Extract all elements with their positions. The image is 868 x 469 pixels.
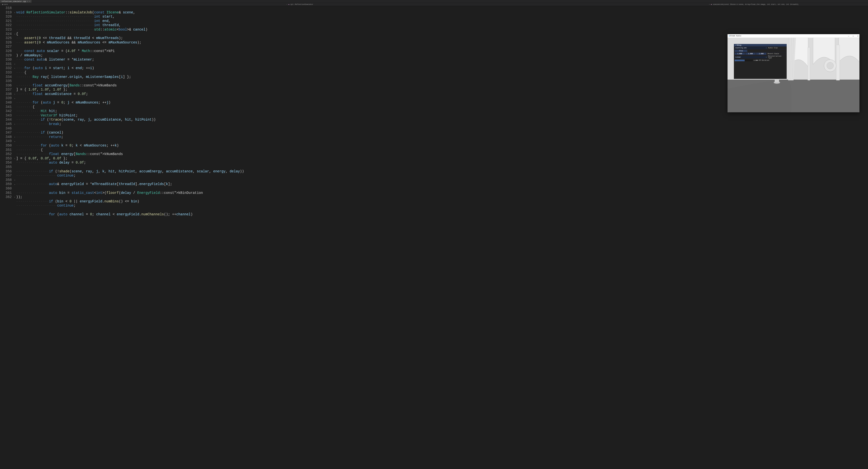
stop-button[interactable]: Stop [735,50,747,52]
line-number: 326 [0,40,12,45]
line-number: 346 [0,127,12,131]
maximize-icon[interactable]: ☐ [852,35,854,37]
breadcrumb-project[interactable]: ▣ core [0,4,8,5]
code-line[interactable]: ······································in… [16,23,868,28]
code-line[interactable]: ····················continue; [16,204,868,208]
fold-icon[interactable]: ▸ [14,157,16,160]
chevron-down-icon: ▾ [766,47,767,49]
tab-pin-icon[interactable]: ⊙ [27,0,28,2]
code-line[interactable]: ················auto bin = static_cast<i… [16,191,868,195]
fold-icon[interactable]: ▸ [14,33,16,35]
viewport-3d[interactable]: ▾ Debug counting.wav ▾ Audio Clip Stop 1… [727,38,860,112]
line-number: 359 [0,182,12,187]
line-number: 345 [0,122,12,127]
code-line[interactable]: ················break; [16,122,868,127]
line-number: 329 [0,54,12,58]
fold-icon[interactable]: ▸ [14,97,16,100]
breadcrumb-function[interactable]: ▾ ◉ simulateJob(const IScene & scene, Ar… [709,3,799,5]
code-line[interactable]: ············if (cancel) [16,131,868,135]
window-title: Steam Audio [730,35,848,37]
code-line[interactable]: ················auto delay = 0.0f; [16,161,868,165]
code-line[interactable] [16,127,868,131]
reverb-scale-x[interactable]: 1.000 [735,53,745,55]
ir-duration-label: IR Duration [758,60,777,61]
code-line[interactable]: ················float energy[Bands::cons… [16,152,868,157]
line-number: 322 [0,23,12,28]
line-number: 319 [0,10,12,15]
close-icon[interactable]: ✕ [857,35,859,37]
steam-audio-window[interactable]: ◆ Steam Audio — ☐ ✕ [727,34,860,112]
fold-icon[interactable]: ▸ [14,123,16,126]
line-number: 333 [0,71,12,75]
code-line[interactable]: ······································in… [16,19,868,24]
code-line[interactable]: ············{ [16,148,868,152]
code-line[interactable]: ····················continue; [16,174,868,178]
code-line[interactable]: ············for (auto k = 0; k < mNumSou… [16,143,868,148]
line-number: 335 [0,79,12,83]
reverb-scale-label: Reverb Scale [767,53,785,55]
code-line[interactable] [16,178,868,182]
line-number: 353 [0,157,12,161]
debug-panel-header[interactable]: ▾ Debug [734,44,787,46]
chevron-down-icon: ▾ [766,57,767,58]
code-line[interactable]: ······································st… [16,28,868,32]
fold-icon[interactable]: ▸ [14,63,16,65]
fold-column: ▸▸▸▸▸▸▸▸▸▸▸▸▸ [14,6,16,469]
code-line[interactable]: ······································in… [16,15,868,19]
code-line[interactable] [16,208,868,212]
line-number: 347 [0,131,12,135]
line-number: 362 [0,195,12,199]
fold-icon[interactable]: ▸ [14,179,16,181]
code-line[interactable]: ················for (auto channel = 0; c… [16,212,868,217]
reverb-scale-z[interactable]: 1.000 [756,53,766,55]
code-line[interactable] [16,187,868,191]
close-icon[interactable]: × [29,0,30,2]
debug-panel[interactable]: ▾ Debug counting.wav ▾ Audio Clip Stop 1… [734,44,787,79]
reverb-scale-y[interactable]: 1.000 [745,53,755,55]
reverb-scale-row: 1.000 1.000 1.000 Reverb Scale [734,52,787,55]
ir-duration-slider[interactable] [735,60,753,61]
chevron-down-icon: ▾ [286,3,287,5]
line-number: 343 [0,113,12,118]
fold-icon[interactable]: ▸ [14,196,16,199]
line-number: 358 [0,178,12,182]
code-line[interactable]: ············if (!trace(scene, ray, j, ac… [16,118,868,122]
code-line[interactable]: ················if (bin < 0 || energyFie… [16,199,868,204]
code-editor[interactable]: 3183193203213223233243253263273283293303… [0,6,868,469]
line-number: 332 [0,66,12,71]
audio-clip-dropdown[interactable]: counting.wav ▾ [735,47,767,49]
code-line[interactable] [16,139,868,143]
fold-icon[interactable]: ▸ [14,93,16,96]
audio-clip-label: Audio Clip [767,47,786,49]
fold-icon[interactable]: ▸ [14,183,16,186]
code-line[interactable]: ················auto& energyField = *mTh… [16,182,868,187]
code-line[interactable]: ············Vector3f hitPoint; [16,113,868,118]
line-number: 361 [0,191,12,195]
fold-icon[interactable]: ▸ [14,136,16,138]
code-line[interactable]: ················return; [16,135,868,139]
window-titlebar[interactable]: ◆ Steam Audio — ☐ ✕ [727,34,860,38]
reconstruction-type-dropdown[interactable]: Linear ▾ [735,56,767,58]
line-number: 348 [0,135,12,139]
code-line[interactable] [16,165,868,169]
breadcrumb-class[interactable]: ▾ ◆ ipl::ReflectionSimulator [286,3,313,5]
line-number: 330 [0,58,12,62]
code-line[interactable]: void ReflectionSimulator::simulateJob(co… [16,10,868,15]
line-number: 357 [0,174,12,178]
line-number: 340 [0,101,12,105]
reconstruction-type-row: Linear ▾ Reconstruction Type [734,55,787,59]
fold-icon[interactable]: ▸ [14,67,16,70]
svg-point-8 [827,62,834,69]
minimize-icon[interactable]: — [848,35,849,37]
reconstruction-type-label: Reconstruction Type [767,56,786,59]
class-icon: ◆ [288,4,289,5]
code-line[interactable]: ················if (!shade(scene, ray, j… [16,169,868,174]
fold-icon[interactable]: ▸ [14,11,16,14]
line-number: 339 [0,96,12,101]
ir-duration-value: 1.000 [754,60,758,61]
file-tab[interactable]: reflection_simulator.cpp ⊙ × [0,0,32,3]
code-line[interactable] [16,6,868,10]
folder-icon: ▣ [2,4,3,5]
line-number: 337 [0,88,12,92]
fold-icon[interactable]: ▸ [14,140,16,143]
